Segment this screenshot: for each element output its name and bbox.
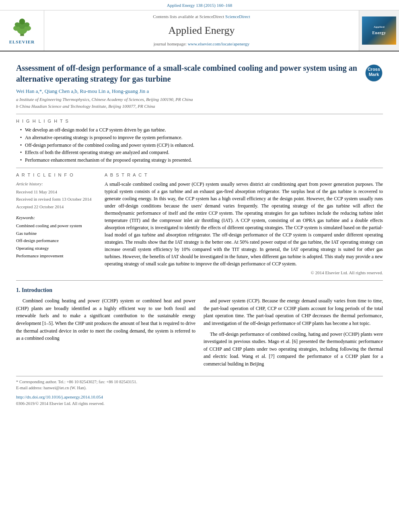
affiliation-a: a Institute of Engineering Thermophysics… [16,97,383,103]
keyword-1: Combined cooling and power system [16,222,97,230]
logo-bottom-text: Energy [372,30,386,36]
applied-energy-logo: Applied Energy [362,16,396,45]
divider-1 [16,114,383,114]
homepage-link[interactable]: www.elsevier.com/locate/apenergy [188,41,250,46]
keywords-label: Keywords: [16,215,97,221]
history-accepted: Accepted 22 October 2014 [16,203,97,211]
intro-para-3: The off-design performance of combined c… [204,331,383,368]
keywords-section: Keywords: Combined cooling and power sys… [16,215,97,260]
intro-para-2: and power system (CCP). Because the ener… [204,297,383,327]
intro-columns: Combined cooling heating and power (CCHP… [16,297,383,371]
abstract-label: A B S T R A C T [105,172,383,178]
affiliation-b: b China Huadian Science and Technology I… [16,103,383,109]
issn-copyright: 0306-2619/© 2014 Elsevier Ltd. All right… [16,401,383,407]
article-history: Article history: Received 11 May 2014 Re… [16,181,97,210]
contents-label: Contents lists available at ScienceDirec… [153,14,224,19]
keyword-5: Performance improvement [16,252,97,260]
svg-text:Mark: Mark [369,72,380,77]
intro-para-1: Combined cooling heating and power (CCHP… [16,297,195,342]
intro-heading: 1. Introduction [16,286,383,294]
highlights-list: We develop an off-design model for a CCP… [16,127,383,164]
authors-line: Wei Han a,*, Qiang Chen a,b, Ru-mou Lin … [16,88,383,95]
copyright-text: © 2014 Elsevier Ltd. All rights reserved… [105,270,383,276]
journal-header: ELSEVIER Contents lists available at Sci… [0,10,399,51]
crossmark-icon: Cross Mark [365,64,383,82]
intro-col-right: and power system (CCP). Because the ener… [204,297,383,371]
intro-col-left: Combined cooling heating and power (CCHP… [16,297,195,371]
article-title-row: Assessment of off-design performance of … [16,63,383,84]
introduction-section: 1. Introduction Combined cooling heating… [16,286,383,371]
keyword-3: Off-design performance [16,237,97,244]
affiliations: a Institute of Engineering Thermophysics… [16,97,383,110]
history-revised: Received in revised form 13 October 2014 [16,196,97,203]
divider-3 [16,280,383,281]
citation-text: Applied Energy 138 (2015) 160–168 [167,3,232,8]
article-info-label: A R T I C L E I N F O [16,172,97,178]
list-item: Effects of both the different operating … [20,149,383,156]
svg-point-6 [14,23,20,27]
science-direct-text: Contents lists available at ScienceDirec… [48,14,355,20]
list-item: Off-design performance of the combined c… [20,142,383,149]
elsevier-tree-icon [8,16,36,38]
list-item: Performance enhancement mechanism of the… [20,157,383,164]
journal-citation: Applied Energy 138 (2015) 160–168 [0,0,399,10]
highlights-section: H I G H L I G H T S We develop an off-de… [16,118,383,164]
journal-homepage: journal homepage: www.elsevier.com/locat… [48,41,355,47]
article-info-column: A R T I C L E I N F O Article history: R… [16,172,97,276]
history-label: Article history: [16,181,97,188]
applied-energy-logo-area: Applied Energy [359,10,399,50]
email-text: E-mail address: hanwei@iet.cn (W. Han). [16,386,86,390]
corresponding-author: * Corresponding author. Tel.: +86 10 825… [16,379,383,385]
journal-name-area: Contents lists available at ScienceDirec… [44,10,359,50]
divider-2 [16,168,383,168]
footnotes-area: * Corresponding author. Tel.: +86 10 825… [16,376,383,407]
main-content: Assessment of off-design performance of … [0,51,399,413]
article-info-abstract: A R T I C L E I N F O Article history: R… [16,172,383,276]
article-title-text: Assessment of off-design performance of … [16,63,365,84]
elsevier-logo-container: ELSEVIER [0,10,44,50]
list-item: We develop an off-design model for a CCP… [20,127,383,134]
journal-title: Applied Energy [48,23,355,38]
logo-top-text: Applied [374,25,385,29]
abstract-column: A B S T R A C T A small-scale combined c… [105,172,383,276]
homepage-label: journal homepage: [154,41,187,46]
elsevier-brand: ELSEVIER [9,39,35,45]
svg-point-7 [24,23,29,27]
elsevier-logo: ELSEVIER [8,16,36,45]
svg-text:Cross: Cross [368,67,380,72]
keyword-2: Gas turbine [16,230,97,237]
history-received: Received 11 May 2014 [16,189,97,196]
svg-point-3 [19,19,25,25]
doi-link[interactable]: http://dx.doi.org/10.1016/j.apenergy.201… [16,394,383,401]
highlights-label: H I G H L I G H T S [16,118,383,124]
abstract-text: A small-scale combined cooling and power… [105,181,383,267]
keyword-4: Operating strategy [16,244,97,252]
science-direct-link[interactable]: ScienceDirect [225,14,250,19]
keywords-list: Combined cooling and power system Gas tu… [16,222,97,259]
list-item: An alternative operating strategy is pro… [20,134,383,141]
email-address: E-mail address: hanwei@iet.cn (W. Han). [16,385,383,391]
